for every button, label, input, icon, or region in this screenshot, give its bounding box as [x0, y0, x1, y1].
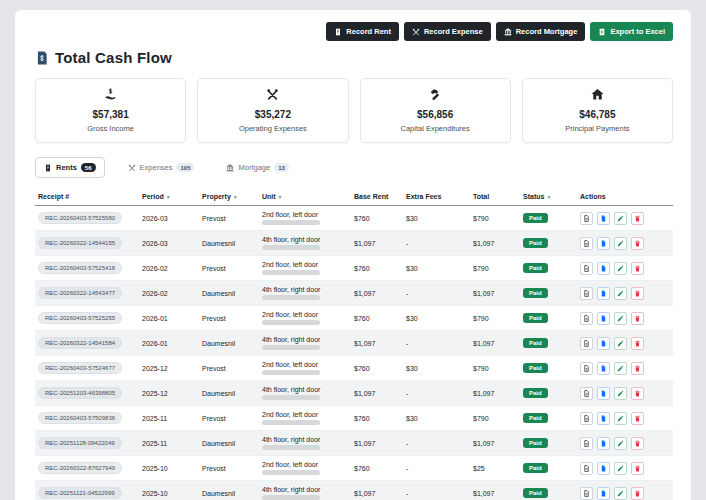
- extra-fees-cell: -: [403, 381, 470, 406]
- download-pdf-button[interactable]: [597, 262, 610, 275]
- actions-cell: [577, 456, 673, 481]
- delete-button[interactable]: [631, 462, 644, 475]
- header-status[interactable]: Status▼: [520, 188, 577, 206]
- tab-expenses[interactable]: Expenses 105: [119, 157, 204, 178]
- download-pdf-button[interactable]: [597, 412, 610, 425]
- edit-button[interactable]: [614, 362, 627, 375]
- base-rent-cell: $1,097: [351, 231, 403, 256]
- receipt-id-badge: REC-20260403-57509836: [38, 412, 122, 424]
- property-cell: Prevost: [199, 206, 259, 231]
- delete-button[interactable]: [631, 287, 644, 300]
- download-pdf-button[interactable]: [597, 462, 610, 475]
- extra-fees-cell: $30: [403, 306, 470, 331]
- edit-button[interactable]: [614, 237, 627, 250]
- delete-button[interactable]: [631, 387, 644, 400]
- property-cell: Prevost: [199, 406, 259, 431]
- edit-button[interactable]: [614, 387, 627, 400]
- delete-button[interactable]: [631, 412, 644, 425]
- status-badge: Paid: [523, 263, 548, 273]
- export-to-excel-button[interactable]: Export to Excel: [590, 22, 673, 41]
- download-pdf-button[interactable]: [597, 237, 610, 250]
- view-receipt-button[interactable]: [580, 487, 593, 500]
- delete-button[interactable]: [631, 437, 644, 450]
- download-pdf-button[interactable]: [597, 212, 610, 225]
- delete-button[interactable]: [631, 262, 644, 275]
- header-period[interactable]: Period▼: [139, 188, 199, 206]
- header-unit[interactable]: Unit▼: [259, 188, 351, 206]
- view-receipt-button[interactable]: [580, 212, 593, 225]
- trash-icon: [634, 340, 641, 347]
- receipt-id-badge: REC-20260403-57524677: [38, 362, 122, 374]
- record-rent-button[interactable]: Record Rent: [326, 22, 399, 41]
- view-receipt-button[interactable]: [580, 312, 593, 325]
- table-header-row: Receipt # Period▼ Property▼ Unit▼ Base R…: [35, 188, 673, 206]
- tab-bar: Rents 56 Expenses 105 Mortgage 13: [35, 157, 673, 178]
- delete-button[interactable]: [631, 312, 644, 325]
- view-receipt-button[interactable]: [580, 337, 593, 350]
- view-receipt-button[interactable]: [580, 237, 593, 250]
- excel-file-icon: [598, 28, 606, 36]
- view-receipt-button[interactable]: [580, 412, 593, 425]
- edit-button[interactable]: [614, 437, 627, 450]
- header-actions: Actions: [577, 188, 673, 206]
- edit-button[interactable]: [614, 412, 627, 425]
- download-pdf-button[interactable]: [597, 337, 610, 350]
- delete-button[interactable]: [631, 337, 644, 350]
- view-receipt-button[interactable]: [580, 437, 593, 450]
- unit-address-redacted: [262, 220, 320, 225]
- rents-table: Receipt # Period▼ Property▼ Unit▼ Base R…: [35, 188, 673, 500]
- total-cell: $1,097: [470, 381, 520, 406]
- download-pdf-button[interactable]: [597, 387, 610, 400]
- status-badge: Paid: [523, 488, 548, 498]
- download-pdf-button[interactable]: [597, 287, 610, 300]
- header-property[interactable]: Property▼: [199, 188, 259, 206]
- unit-address-redacted: [262, 270, 320, 275]
- document-icon: [583, 415, 590, 422]
- edit-button[interactable]: [614, 462, 627, 475]
- record-mortgage-button[interactable]: Record Mortgage: [496, 22, 586, 41]
- download-pdf-button[interactable]: [597, 437, 610, 450]
- stat-label: Principal Payments: [529, 124, 666, 133]
- edit-button[interactable]: [614, 487, 627, 500]
- trash-icon: [634, 265, 641, 272]
- delete-button[interactable]: [631, 212, 644, 225]
- view-receipt-button[interactable]: [580, 287, 593, 300]
- document-icon: [583, 265, 590, 272]
- download-pdf-button[interactable]: [597, 312, 610, 325]
- actions-cell: [577, 231, 673, 256]
- delete-button[interactable]: [631, 237, 644, 250]
- total-cell: $1,097: [470, 481, 520, 500]
- total-cell: $1,097: [470, 281, 520, 306]
- edit-pencil-icon: [617, 365, 624, 372]
- unit-cell: 4th floor, right door: [259, 431, 351, 456]
- pdf-file-icon: [600, 490, 607, 497]
- total-cell: $790: [470, 206, 520, 231]
- unit-address-redacted: [262, 320, 320, 325]
- base-rent-cell: $1,097: [351, 481, 403, 500]
- view-receipt-button[interactable]: [580, 462, 593, 475]
- property-cell: Daumesnil: [199, 431, 259, 456]
- header-receipt: Receipt #: [35, 188, 139, 206]
- edit-button[interactable]: [614, 337, 627, 350]
- view-receipt-button[interactable]: [580, 262, 593, 275]
- record-expense-button[interactable]: Record Expense: [404, 22, 491, 41]
- download-pdf-button[interactable]: [597, 362, 610, 375]
- receipt-icon: [334, 28, 342, 36]
- edit-button[interactable]: [614, 262, 627, 275]
- edit-button[interactable]: [614, 212, 627, 225]
- delete-button[interactable]: [631, 487, 644, 500]
- edit-button[interactable]: [614, 287, 627, 300]
- table-row: REC-20260403-57525255 2026-01 Prevost 2n…: [35, 306, 673, 331]
- table-row: REC-20251203-46398805 2025-12 Daumesnil …: [35, 381, 673, 406]
- download-pdf-button[interactable]: [597, 487, 610, 500]
- tab-rents[interactable]: Rents 56: [35, 157, 105, 178]
- delete-button[interactable]: [631, 362, 644, 375]
- tab-mortgage[interactable]: Mortgage 13: [217, 157, 297, 178]
- view-receipt-button[interactable]: [580, 362, 593, 375]
- pdf-file-icon: [600, 240, 607, 247]
- unit-label: 2nd floor, left door: [262, 261, 348, 268]
- edit-button[interactable]: [614, 312, 627, 325]
- view-receipt-button[interactable]: [580, 387, 593, 400]
- edit-pencil-icon: [617, 265, 624, 272]
- hammer-icon: [429, 88, 442, 101]
